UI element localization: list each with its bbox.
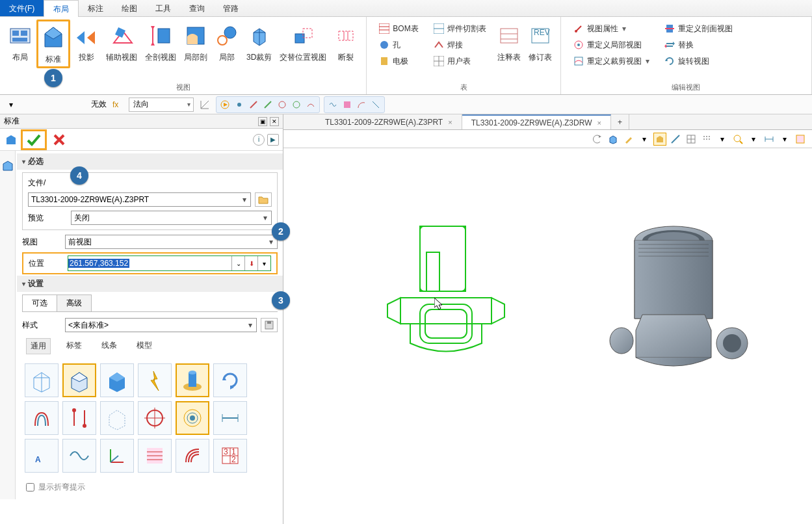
- qb-circle-icon[interactable]: [275, 98, 289, 111]
- qb-diag-icon[interactable]: [369, 98, 383, 111]
- vt-sheet-icon[interactable]: [794, 133, 807, 146]
- ribbon-redef-local-button[interactable]: 重定义局部视图: [570, 37, 652, 52]
- tab-tag[interactable]: 标签: [62, 338, 86, 354]
- ribbon-break-button[interactable]: 断裂: [331, 20, 361, 64]
- add-tab-button[interactable]: +: [611, 114, 629, 129]
- vt-dim-icon[interactable]: [763, 133, 776, 146]
- style-hidden-removed[interactable]: [62, 363, 96, 397]
- ribbon-redef-section-button[interactable]: 重定义剖面视图: [661, 21, 735, 36]
- expand-button[interactable]: ▶: [267, 134, 279, 146]
- ribbon-viewprops-button[interactable]: 视图属性▾: [570, 21, 652, 36]
- style-box[interactable]: [100, 401, 134, 435]
- vt-grid-icon[interactable]: [685, 133, 698, 146]
- doc-tab-part[interactable]: TL3301-2009-2ZR9WE(A).Z3PRT×: [316, 114, 462, 129]
- qb-play-icon[interactable]: [218, 98, 232, 111]
- menu-file[interactable]: 文件(F): [0, 0, 44, 16]
- tab-lines[interactable]: 线条: [98, 338, 121, 354]
- qb-curve-icon[interactable]: [304, 98, 318, 111]
- vt-drop3[interactable]: ▾: [778, 133, 791, 146]
- menu-piping[interactable]: 管路: [214, 0, 248, 16]
- menu-layout[interactable]: 布局: [44, 0, 79, 17]
- doc-tab-drawing[interactable]: TL3301-2009-2ZR9WE(A).Z3DRW×: [462, 114, 611, 129]
- vt-shade-icon[interactable]: [653, 133, 666, 146]
- close-icon[interactable]: ×: [597, 119, 601, 127]
- style-wireframe[interactable]: [25, 363, 59, 397]
- menu-draw[interactable]: 绘图: [112, 0, 146, 16]
- ribbon-rev-table-button[interactable]: REV修订表: [525, 20, 555, 64]
- vt-meas-icon[interactable]: [669, 133, 682, 146]
- ribbon-layout-button[interactable]: 布局: [5, 20, 35, 64]
- ribbon-projection-button[interactable]: 投影: [72, 20, 101, 64]
- style-wave2[interactable]: [62, 439, 96, 473]
- vt-cube-icon[interactable]: [607, 133, 620, 146]
- ribbon-bom-button[interactable]: BOM表: [376, 21, 421, 36]
- menu-tools[interactable]: 工具: [146, 0, 180, 16]
- qb-point-icon[interactable]: [232, 98, 246, 111]
- style-thread[interactable]: [176, 401, 209, 435]
- ribbon-altpos-button[interactable]: 交替位置视图: [276, 20, 330, 64]
- ribbon-fullsection-button[interactable]: 全剖视图: [142, 20, 179, 64]
- qb-dropdown-icon[interactable]: ▾: [4, 98, 18, 111]
- section-settings-header[interactable]: 设置: [17, 276, 283, 292]
- qb-line2-icon[interactable]: [261, 98, 275, 111]
- ribbon-electrode-button[interactable]: 电极: [376, 53, 421, 68]
- close-icon[interactable]: ×: [448, 118, 452, 126]
- ribbon-aux-button[interactable]: 辅助视图: [103, 20, 140, 64]
- ribbon-annot-table-button[interactable]: 注释表: [494, 20, 524, 64]
- ribbon-hole-button[interactable]: 孔: [376, 37, 421, 52]
- panel-mode-icon[interactable]: [5, 134, 17, 146]
- file-select[interactable]: TL3301-2009-2ZR9WE(A).Z3PRT: [28, 192, 251, 207]
- drawing-canvas[interactable]: [283, 148, 812, 524]
- style-origin[interactable]: [138, 401, 172, 435]
- panel-pin-icon[interactable]: ▣: [258, 117, 267, 126]
- ribbon-weld-button[interactable]: 焊接: [430, 37, 489, 52]
- style-bend[interactable]: [176, 439, 209, 473]
- style-select[interactable]: <来自标准>: [65, 318, 257, 332]
- vt-brush-icon[interactable]: [622, 133, 635, 146]
- tab-optional[interactable]: 可选: [22, 295, 57, 311]
- qb-normal-dropdown[interactable]: 法向: [129, 98, 194, 112]
- ribbon-standard-button[interactable]: 标准: [36, 20, 70, 68]
- section-required-header[interactable]: 必选: [17, 153, 283, 170]
- info-button[interactable]: i: [253, 134, 265, 146]
- panel-close-icon[interactable]: ✕: [270, 117, 279, 126]
- ribbon-localsection-button[interactable]: 局部剖: [181, 20, 211, 64]
- tab-general[interactable]: 通用: [26, 338, 51, 354]
- bend-hint-checkbox[interactable]: [26, 483, 34, 491]
- side-tab-design[interactable]: [0, 151, 16, 180]
- style-tangent[interactable]: [25, 401, 59, 435]
- style-hatch[interactable]: [138, 439, 172, 473]
- qb-axis-icon[interactable]: [198, 98, 212, 111]
- vt-zoom-icon[interactable]: [731, 133, 744, 146]
- style-shaded-edges[interactable]: [176, 363, 209, 397]
- ribbon-replace-button[interactable]: 替换: [661, 37, 735, 52]
- qb-face-icon[interactable]: [340, 98, 354, 111]
- vt-drop2[interactable]: ▾: [747, 133, 760, 146]
- vt-undo-icon[interactable]: [591, 133, 604, 146]
- style-centerline[interactable]: [62, 401, 96, 435]
- menu-annotate[interactable]: 标注: [79, 0, 112, 16]
- vt-dots-icon[interactable]: [700, 133, 713, 146]
- preview-select[interactable]: 关闭: [71, 211, 272, 225]
- menu-query[interactable]: 查询: [180, 0, 214, 16]
- style-dim[interactable]: [213, 401, 247, 435]
- ribbon-local-button[interactable]: 局部: [212, 20, 242, 64]
- pos-pick-icon[interactable]: ⬇: [244, 256, 257, 270]
- qb-circle2-icon[interactable]: [289, 98, 304, 111]
- vt-flag-icon[interactable]: ▾: [638, 133, 651, 146]
- style-csys[interactable]: [100, 439, 134, 473]
- ribbon-weldcut-button[interactable]: 焊件切割表: [430, 21, 489, 36]
- qb-wave-icon[interactable]: [326, 98, 340, 111]
- tab-model[interactable]: 模型: [133, 338, 156, 354]
- pos-dropdown-icon[interactable]: ▾: [257, 256, 270, 270]
- cancel-button[interactable]: [51, 132, 68, 148]
- file-browse-button[interactable]: [255, 192, 272, 207]
- style-shaded[interactable]: [100, 363, 134, 397]
- vt-drop1[interactable]: ▾: [716, 133, 729, 146]
- style-text[interactable]: A: [25, 439, 59, 473]
- view-select[interactable]: 前视图: [65, 235, 278, 249]
- ribbon-redef-crop-button[interactable]: 重定义裁剪视图▾: [570, 53, 652, 68]
- style-quick[interactable]: [138, 363, 172, 397]
- qb-arc-icon[interactable]: [354, 98, 369, 111]
- ribbon-rotate-button[interactable]: 旋转视图: [661, 53, 735, 68]
